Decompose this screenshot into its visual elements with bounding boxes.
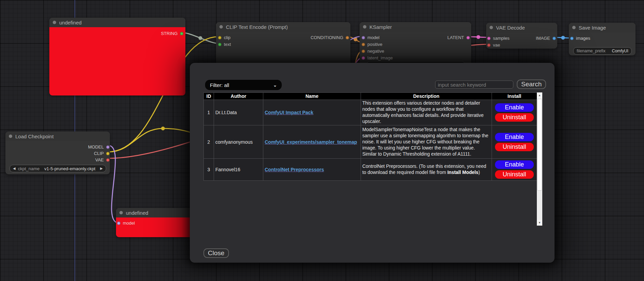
node-status-dot xyxy=(53,21,56,24)
slot-label: LATENT xyxy=(447,35,464,40)
slot-label: text xyxy=(224,42,231,47)
link-dot[interactable] xyxy=(161,127,165,130)
node-load-checkpoint[interactable]: Load Checkpoint MODEL CLIP VAE ◀ ckpt_na… xyxy=(5,131,110,174)
header-install: Install xyxy=(492,93,537,100)
output-dot-string[interactable] xyxy=(180,32,183,35)
slot-label: model xyxy=(123,221,135,226)
scrollbar-thumb[interactable] xyxy=(537,99,542,191)
custom-nodes-manager-dialog: Filter: all ⌄ Search ID Author Name Desc… xyxy=(190,63,555,263)
cell-author: comfyanonymous xyxy=(214,125,263,159)
node-title: KSampler xyxy=(369,24,392,30)
slot-label: clip xyxy=(224,35,231,40)
slot-label: CLIP xyxy=(94,151,104,156)
filter-dropdown[interactable]: Filter: all ⌄ xyxy=(205,80,282,90)
node-status-dot xyxy=(9,135,12,138)
output-dot-vae[interactable] xyxy=(106,158,110,162)
input-slot-model[interactable]: model xyxy=(117,221,135,226)
enable-button[interactable]: Enable xyxy=(495,133,534,141)
scroll-down-icon[interactable]: ▼ xyxy=(537,220,542,226)
output-slot-image[interactable]: IMAGE xyxy=(536,36,556,41)
cell-id: 3 xyxy=(204,159,214,181)
input-dot-images[interactable] xyxy=(570,37,574,40)
input-slot-negative[interactable]: negative xyxy=(362,49,384,54)
output-dot-image[interactable] xyxy=(552,37,556,40)
header-id: ID xyxy=(204,93,214,100)
input-dot-latent-image[interactable] xyxy=(362,56,365,60)
node-status-dot xyxy=(219,25,223,29)
uninstall-button[interactable]: Uninstall xyxy=(495,170,534,179)
enable-button[interactable]: Enable xyxy=(495,160,534,169)
search-input[interactable] xyxy=(435,81,513,89)
output-dot-clip[interactable] xyxy=(106,152,110,155)
input-slot-samples[interactable]: samples xyxy=(487,36,509,41)
close-button[interactable]: Close xyxy=(203,248,229,258)
output-dot-conditioning[interactable] xyxy=(346,36,349,39)
cell-id: 2 xyxy=(204,125,214,159)
increment-arrow-icon[interactable]: ▶ xyxy=(100,167,103,170)
input-slot-clip[interactable]: clip xyxy=(218,35,231,40)
cell-description: ControlNet Preprocessors. (To use this e… xyxy=(361,159,492,181)
output-slot-vae[interactable]: VAE xyxy=(95,157,110,162)
link-dot[interactable] xyxy=(477,35,480,39)
input-dot-negative[interactable] xyxy=(362,50,365,53)
input-dot-model[interactable] xyxy=(117,222,120,225)
output-dot-latent[interactable] xyxy=(466,36,470,39)
input-slot-positive[interactable]: positive xyxy=(362,42,382,47)
node-status-dot xyxy=(119,211,123,214)
node-undefined-top[interactable]: undefined STRING xyxy=(49,18,185,95)
node-titlebar: Save Image xyxy=(569,23,635,32)
node-vae-decode[interactable]: VAE Decode samples vae IMAGE xyxy=(486,23,557,49)
slot-label: VAE xyxy=(95,157,104,162)
search-button[interactable]: Search xyxy=(517,80,546,89)
input-slot-vae[interactable]: vae xyxy=(487,42,500,48)
input-dot-vae[interactable] xyxy=(487,43,491,47)
input-dot-text[interactable] xyxy=(218,43,221,46)
chevron-down-icon: ⌄ xyxy=(273,83,277,88)
widget-name: filename_prefix xyxy=(577,49,606,53)
slot-label: vae xyxy=(493,42,500,48)
slot-label: model xyxy=(367,35,379,40)
node-title: undefined xyxy=(59,20,82,25)
output-slot-latent[interactable]: LATENT xyxy=(447,35,470,40)
input-dot-clip[interactable] xyxy=(218,36,221,39)
output-slot-string[interactable]: STRING xyxy=(161,31,183,36)
pack-link[interactable]: ComfyUI_experiments/sampler_tonemap xyxy=(265,139,357,145)
input-dot-model[interactable] xyxy=(362,36,365,39)
pack-link[interactable]: ComfyUI Impact Pack xyxy=(265,110,313,115)
input-dot-positive[interactable] xyxy=(362,43,365,46)
input-slot-images[interactable]: images xyxy=(570,36,590,41)
extensions-table: ID Author Name Description Install 1 Dr.… xyxy=(203,92,537,181)
cell-author: Fannovel16 xyxy=(214,159,263,181)
header-author: Author xyxy=(214,93,263,100)
uninstall-button[interactable]: Uninstall xyxy=(495,113,534,122)
output-slot-clip[interactable]: CLIP xyxy=(94,151,110,156)
node-titlebar: undefined xyxy=(49,18,185,27)
enable-button[interactable]: Enable xyxy=(495,103,534,112)
slot-label: latent_image xyxy=(367,55,393,60)
node-title: CLIP Text Encode (Prompt) xyxy=(226,24,288,30)
input-dot-samples[interactable] xyxy=(487,37,491,40)
pack-link[interactable]: ControlNet Preprocessors xyxy=(265,167,324,172)
link-dot[interactable] xyxy=(199,36,202,40)
input-slot-latent-image[interactable]: latent_image xyxy=(362,55,393,60)
node-save-image[interactable]: Save Image images filename_prefix ComfyU… xyxy=(569,23,635,55)
header-description: Description xyxy=(361,93,492,100)
filename-prefix-widget[interactable]: filename_prefix ComfyUI xyxy=(573,47,632,55)
table-scrollbar[interactable]: ▲ ▼ xyxy=(537,92,542,226)
output-slot-conditioning[interactable]: CONDITIONING xyxy=(311,35,349,40)
cell-id: 1 xyxy=(204,100,214,125)
decrement-arrow-icon[interactable]: ◀ xyxy=(13,167,16,170)
table-row: 2 comfyanonymous ComfyUI_experiments/sam… xyxy=(204,125,537,159)
slot-label: MODEL xyxy=(88,144,104,150)
scroll-up-icon[interactable]: ▲ xyxy=(537,92,542,98)
uninstall-button[interactable]: Uninstall xyxy=(495,143,534,151)
ckpt-name-widget[interactable]: ◀ ckpt_name v1-5-pruned-emaonly.ckpt ▶ xyxy=(10,165,106,172)
link-dot[interactable] xyxy=(561,36,565,40)
input-slot-text[interactable]: text xyxy=(218,42,231,47)
slot-label: images xyxy=(576,36,590,41)
slot-label: samples xyxy=(493,36,509,41)
output-dot-model[interactable] xyxy=(106,145,110,149)
input-slot-model[interactable]: model xyxy=(362,35,379,40)
output-slot-model[interactable]: MODEL xyxy=(88,144,110,150)
node-title: Load Checkpoint xyxy=(15,134,54,139)
